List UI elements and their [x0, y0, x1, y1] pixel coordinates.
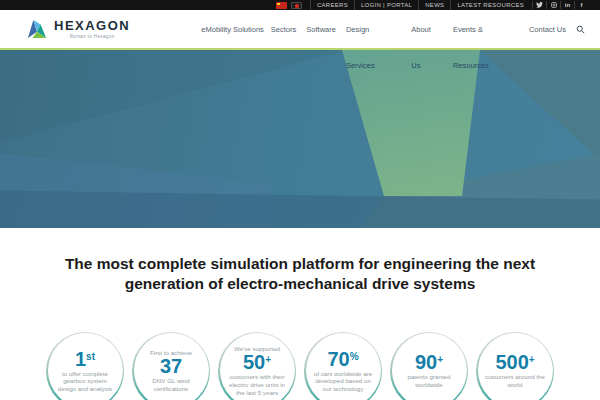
stat-number: 70	[327, 348, 349, 370]
nav-item-software[interactable]: Software	[306, 10, 336, 48]
hexagon-logo-icon	[26, 19, 48, 39]
stat-number: 50	[243, 351, 265, 373]
content-section: The most complete simulation platform fo…	[0, 228, 600, 400]
nav-label: Sectors	[271, 25, 296, 34]
language-flags	[276, 2, 302, 9]
stat-circle-1st: 1st to offer complete gearbox system des…	[46, 332, 124, 400]
nav-item-about-us[interactable]: About Us	[411, 10, 431, 48]
nav-item-design-services[interactable]: Design Services	[346, 10, 369, 48]
stat-description: to offer complete gearbox system design …	[55, 370, 116, 394]
stat-description: patents granted worldwide	[399, 373, 460, 389]
nav-label-wrapped[interactable]: Resources	[453, 61, 489, 70]
nav-item-contact-us[interactable]: Contact Us	[529, 10, 566, 48]
twitter-bird-glyph	[536, 2, 543, 8]
stat-circle-37: First to achieve 37 DNV GL wind certific…	[132, 332, 210, 400]
nav-item-events-resources[interactable]: Events & Resources	[453, 10, 483, 48]
stat-number: 37	[160, 355, 182, 377]
stat-suffix: +	[437, 354, 443, 365]
magnifier-glyph	[576, 25, 585, 34]
stat-circle-inner: 500+ customers around the world	[478, 333, 553, 400]
stat-suffix: +	[529, 354, 535, 365]
main-header: HEXAGON Romax to Hexagon eMobility Solut…	[0, 10, 600, 50]
stat-number: 1	[75, 348, 86, 370]
nav-label: Software	[306, 25, 336, 34]
china-flag-icon[interactable]	[276, 2, 287, 9]
stat-value: 70%	[327, 349, 358, 370]
nav-label: Contact Us	[529, 25, 566, 34]
stat-number: 90	[415, 351, 437, 373]
japan-flag-sun	[295, 4, 299, 8]
china-flag-stars	[277, 3, 280, 5]
social-links: in f	[532, 1, 588, 9]
nav-label-wrapped[interactable]: Services	[346, 61, 375, 70]
japan-flag-icon[interactable]	[291, 2, 302, 9]
hexagon-logo[interactable]: HEXAGON Romax to Hexagon	[26, 19, 130, 39]
nav-label: Design	[346, 25, 369, 34]
logo-title: HEXAGON	[54, 19, 130, 32]
stat-description: customers with their electric drive unit…	[227, 373, 288, 397]
stat-value: 500+	[495, 352, 534, 373]
topbar-link-careers[interactable]: CAREERS	[310, 0, 354, 10]
search-icon[interactable]	[576, 25, 585, 34]
facebook-icon[interactable]: f	[574, 1, 588, 9]
stat-circle-inner: 70% of cars worldwide are developed base…	[306, 333, 381, 400]
nav-item-emobility-solutions[interactable]: eMobility Solutions	[201, 10, 264, 48]
topbar-link-login-portal[interactable]: LOGIN | PORTAL	[354, 0, 418, 10]
nav-label: About	[411, 25, 431, 34]
logo-tagline: Romax to Hexagon	[70, 34, 115, 39]
stat-suffix: +	[265, 354, 271, 365]
instagram-camera-glyph	[551, 2, 557, 8]
topbar-link-news[interactable]: NEWS	[418, 0, 450, 10]
stats-row: 1st to offer complete gearbox system des…	[0, 332, 600, 400]
nav-item-sectors[interactable]: Sectors	[271, 10, 296, 48]
linkedin-icon[interactable]: in	[560, 1, 574, 9]
stat-circle-inner: 90+ patents granted worldwide	[392, 333, 467, 400]
nav-label: eMobility Solutions	[201, 25, 264, 34]
stat-circle-inner: We've supported 50+ customers with their…	[220, 333, 295, 400]
logo-text: HEXAGON Romax to Hexagon	[54, 19, 130, 39]
stat-circle-inner: First to achieve 37 DNV GL wind certific…	[134, 333, 209, 400]
stat-value: 50+	[243, 352, 271, 373]
main-nav: eMobility Solutions Sectors Software Des…	[201, 10, 585, 48]
stat-description: of cars worldwide are developed based on…	[313, 370, 374, 394]
stat-circle-90plus: 90+ patents granted worldwide	[390, 332, 468, 400]
topbar-link-latest-resources[interactable]: LATEST RESOURCES	[450, 0, 530, 10]
stat-description: customers around the world	[485, 373, 546, 389]
stat-value: 90+	[415, 352, 443, 373]
stat-suffix: st	[86, 351, 95, 362]
stat-circle-50plus: We've supported 50+ customers with their…	[218, 332, 296, 400]
stat-circle-500plus: 500+ customers around the world	[476, 332, 554, 400]
page-title: The most complete simulation platform fo…	[36, 254, 564, 295]
stat-suffix: %	[350, 351, 359, 362]
twitter-icon[interactable]	[532, 1, 546, 9]
instagram-icon[interactable]	[546, 1, 560, 9]
stat-description: DNV GL wind certifications	[141, 377, 202, 393]
stat-value: 1st	[75, 349, 95, 370]
nav-label-wrapped[interactable]: Us	[411, 61, 420, 70]
stat-number: 500	[495, 351, 528, 373]
stat-circle-70pct: 70% of cars worldwide are developed base…	[304, 332, 382, 400]
hero-banner	[0, 50, 600, 228]
nav-label: Events &	[453, 25, 483, 34]
stat-value: 37	[160, 356, 182, 377]
utility-bar: CAREERS LOGIN | PORTAL NEWS LATEST RESOU…	[0, 0, 600, 10]
stat-circle-inner: 1st to offer complete gearbox system des…	[48, 333, 123, 400]
